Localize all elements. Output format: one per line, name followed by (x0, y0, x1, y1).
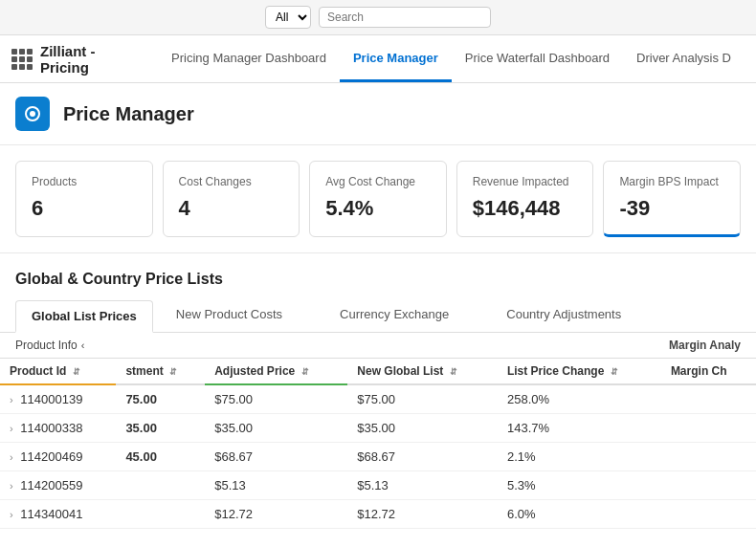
sub-tabs: Global List Prices New Product Costs Cur… (0, 299, 756, 333)
price-manager-icon (15, 97, 50, 131)
kpi-revenue-impacted: Revenue Impacted $146,448 (456, 161, 594, 237)
nav-tabs: Pricing Manager Dashboard Price Manager … (158, 35, 745, 82)
kpi-products: Products 6 (15, 161, 153, 237)
kpi-cost-changes: Cost Changes 4 (163, 161, 300, 237)
filter-select[interactable]: All (265, 6, 311, 29)
search-input[interactable] (319, 7, 491, 28)
sort-icon-list-price-change: ⇵ (611, 367, 618, 377)
cell-adjusted-price-2: $35.00 (205, 414, 347, 443)
sort-icon-adjusted-price: ⇵ (301, 367, 309, 377)
tab-driver-analysis[interactable]: Driver Analysis D (623, 35, 745, 82)
subtab-country-adjustments[interactable]: Country Adjustments (487, 299, 640, 332)
cell-list-price-change-3: 2.1% (498, 443, 661, 471)
nav-bar: Zilliant - Pricing Pricing Manager Dashb… (0, 35, 756, 83)
cell-new-global-list-5: $12.72 (347, 500, 498, 529)
kpi-avg-label: Avg Cost Change (325, 175, 431, 188)
kpi-products-label: Products (32, 175, 137, 188)
sort-icon-adjustment: ⇵ (169, 367, 177, 377)
expand-icon-1[interactable]: › (10, 394, 13, 405)
cell-adjusted-price-4: $5.13 (205, 471, 347, 500)
svg-point-1 (30, 111, 35, 117)
kpi-revenue-label: Revenue Impacted (473, 175, 578, 188)
tab-price-manager[interactable]: Price Manager (340, 35, 452, 82)
cell-list-price-change-1: 258.0% (498, 384, 661, 414)
kpi-cost-changes-value: 4 (179, 196, 284, 221)
section-title: Global & Country Price Lists (0, 253, 756, 299)
cell-adjustment-3: 45.00 (116, 443, 205, 471)
top-bar: All (0, 0, 756, 35)
cell-new-global-list-1: $75.00 (347, 384, 498, 414)
cell-adjusted-price-3: $68.67 (205, 443, 347, 471)
cell-list-price-change-2: 143.7% (498, 414, 661, 443)
table-wrapper: Product Id ⇵ stment ⇵ Adjusted Price ⇵ N… (0, 359, 756, 529)
cell-new-global-list-2: $35.00 (347, 414, 498, 443)
chevron-left-icon: ‹ (81, 339, 85, 351)
cell-margin-ch-1 (661, 384, 756, 414)
expand-icon-3[interactable]: › (10, 451, 13, 463)
cell-adjustment-4 (116, 471, 205, 500)
cell-list-price-change-4: 5.3% (498, 471, 661, 500)
kpi-cost-changes-label: Cost Changes (179, 175, 284, 188)
col-header-adjusted-price[interactable]: Adjusted Price ⇵ (205, 359, 347, 384)
cell-adjustment-2: 35.00 (116, 414, 205, 443)
sort-icon-product-id: ⇵ (73, 367, 80, 377)
kpi-margin-value: -39 (619, 196, 724, 221)
subtab-currency-exchange[interactable]: Currency Exchange (321, 299, 468, 332)
tab-pricing-manager-dashboard[interactable]: Pricing Manager Dashboard (158, 35, 340, 82)
table-row: › 114200469 45.00 $68.67 $68.67 2.1% (0, 443, 756, 471)
cell-adjustment-1: 75.00 (116, 384, 205, 414)
cell-adjustment-5 (116, 500, 205, 529)
sort-icon-new-global-list: ⇵ (450, 367, 457, 377)
col-header-new-global-list[interactable]: New Global List ⇵ (347, 359, 498, 384)
cell-list-price-change-5: 6.0% (498, 500, 661, 529)
margin-analysis-label: Margin Analy (669, 339, 741, 352)
cell-product-id-3: › 114200469 (0, 443, 116, 471)
cell-product-id-1: › 114000139 (0, 384, 116, 414)
col-header-margin-ch: Margin Ch (661, 359, 756, 384)
kpi-avg-cost-change: Avg Cost Change 5.4% (309, 161, 447, 237)
kpi-revenue-value: $146,448 (473, 196, 578, 221)
kpi-row: Products 6 Cost Changes 4 Avg Cost Chang… (0, 145, 756, 253)
table-row: › 114200559 $5.13 $5.13 5.3% (0, 471, 756, 500)
grid-icon (11, 49, 33, 70)
cell-adjusted-price-1: $75.00 (205, 384, 347, 414)
cell-margin-ch-5 (661, 500, 756, 529)
cell-product-id-5: › 114340041 (0, 500, 116, 529)
col-header-adjustment[interactable]: stment ⇵ (116, 359, 205, 384)
table-row: › 114000338 35.00 $35.00 $35.00 143.7% (0, 414, 756, 443)
kpi-products-value: 6 (32, 196, 137, 221)
nav-logo: Zilliant - Pricing (11, 43, 135, 76)
subtab-global-list-prices[interactable]: Global List Prices (15, 300, 153, 333)
cell-new-global-list-3: $68.67 (347, 443, 498, 471)
price-table: Product Id ⇵ stment ⇵ Adjusted Price ⇵ N… (0, 359, 756, 529)
table-toolbar: Product Info ‹ Margin Analy (0, 333, 756, 359)
product-info-label: Product Info (15, 339, 78, 352)
cell-margin-ch-4 (661, 471, 756, 500)
col-header-product-id[interactable]: Product Id ⇵ (0, 359, 116, 384)
kpi-margin-bps: Margin BPS Impact -39 (603, 161, 741, 237)
cell-new-global-list-4: $5.13 (347, 471, 498, 500)
table-row: › 114000139 75.00 $75.00 $75.00 258.0% (0, 384, 756, 414)
logo-text: Zilliant - Pricing (40, 43, 135, 76)
page-title: Price Manager (63, 103, 194, 125)
subtab-new-product-costs[interactable]: New Product Costs (157, 299, 301, 332)
table-row: › 114340041 $12.72 $12.72 6.0% (0, 500, 756, 529)
tab-price-waterfall-dashboard[interactable]: Price Waterfall Dashboard (452, 35, 623, 82)
cell-product-id-2: › 114000338 (0, 414, 116, 443)
kpi-margin-label: Margin BPS Impact (619, 175, 724, 188)
cell-margin-ch-2 (661, 414, 756, 443)
cell-adjusted-price-5: $12.72 (205, 500, 347, 529)
expand-icon-2[interactable]: › (10, 423, 13, 434)
kpi-avg-value: 5.4% (325, 196, 431, 221)
cell-product-id-4: › 114200559 (0, 471, 116, 500)
cell-margin-ch-3 (661, 443, 756, 471)
expand-icon-4[interactable]: › (10, 480, 13, 492)
col-header-list-price-change[interactable]: List Price Change ⇵ (498, 359, 661, 384)
expand-icon-5[interactable]: › (10, 509, 13, 520)
page-header: Price Manager (0, 83, 756, 145)
product-info-toggle[interactable]: Product Info ‹ (15, 339, 84, 352)
